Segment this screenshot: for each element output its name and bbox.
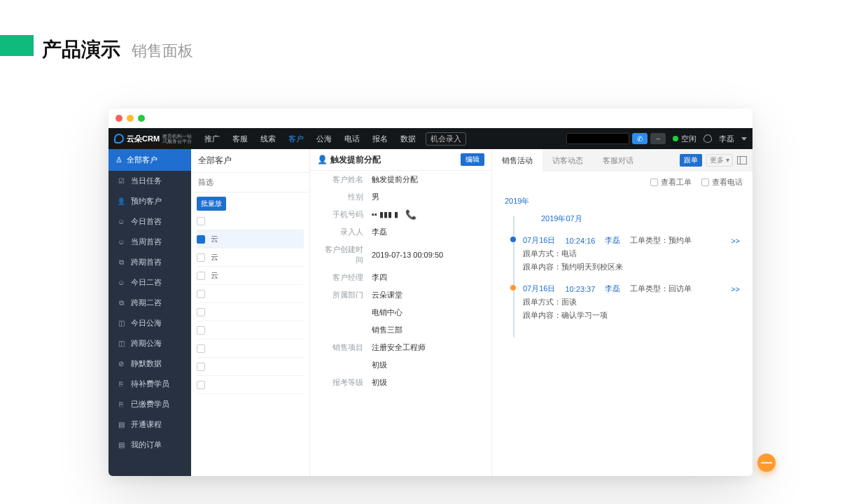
checkbox-icon[interactable]: [197, 217, 205, 225]
opt-ticket[interactable]: 查看工单: [650, 177, 692, 188]
hangup-button[interactable]: ⌢: [650, 133, 666, 144]
list-row[interactable]: [197, 340, 304, 358]
list-row[interactable]: [197, 303, 304, 321]
sidebar-item-今日二咨[interactable]: ☺今日二咨: [108, 272, 191, 293]
nav-item-报名[interactable]: 报名: [367, 128, 393, 149]
follow-button[interactable]: 跟单: [680, 154, 702, 167]
layout-icon[interactable]: [737, 156, 747, 164]
activity-tab-客服对话[interactable]: 客服对话: [593, 149, 643, 172]
close-dot[interactable]: [115, 115, 122, 122]
top-nav: 云朵CRM 教育机构一站 式服务云平台 推广客服线索客户公海电话报名数据 机会录…: [108, 128, 752, 149]
user-name[interactable]: 李磊: [719, 134, 734, 144]
more-button[interactable]: 更多 ▾: [706, 154, 733, 167]
field-value: 李磊: [372, 227, 387, 237]
sidebar-item-预约客户[interactable]: 👤预约客户: [108, 191, 191, 211]
field-key: 客户创建时间: [318, 244, 363, 265]
call-button[interactable]: ✆: [632, 133, 648, 144]
bulk-button[interactable]: 批量放: [197, 197, 226, 211]
slide-subtitle: 销售面板: [132, 41, 193, 62]
sidebar-item-label: 已缴费学员: [131, 399, 169, 410]
checkbox-icon[interactable]: [197, 272, 205, 280]
detail-field: 手机号码▪▪ ▮▮▮ ▮📞: [310, 206, 491, 223]
bell-icon[interactable]: [704, 134, 712, 143]
checkbox-icon[interactable]: [197, 290, 205, 298]
mac-titlebar: [108, 108, 752, 128]
sidebar-item-待补费学员[interactable]: ⎘待补费学员: [108, 374, 191, 394]
sidebar-item-当日任务[interactable]: ☑当日任务: [108, 171, 191, 191]
sidebar-icon: 👤: [117, 197, 125, 206]
sidebar-item-跨期首咨[interactable]: ⧉跨期首咨: [108, 252, 191, 272]
sidebar-item-已缴费学员[interactable]: ⎘已缴费学员: [108, 394, 191, 414]
list-row[interactable]: 云: [197, 230, 304, 248]
sidebar-item-label: 预约客户: [131, 196, 162, 206]
timeline-year: 2019年: [505, 196, 740, 206]
nav-item-推广[interactable]: 推广: [199, 128, 225, 149]
field-value: 2019-07-13 00:09:50: [372, 251, 443, 259]
timeline-date: 07月16日: [523, 284, 555, 294]
list-row[interactable]: [197, 321, 304, 340]
checkbox-icon[interactable]: [197, 381, 205, 389]
accent-block: [0, 35, 34, 56]
checkbox-icon[interactable]: [197, 344, 205, 353]
search-input[interactable]: [566, 133, 629, 144]
checkbox-icon[interactable]: [197, 253, 205, 262]
list-row[interactable]: [197, 212, 304, 230]
sidebar-item-label: 当周首咨: [131, 237, 162, 247]
sidebar-item-label: 我的订单: [131, 440, 162, 450]
activity-panel: 销售活动访客动态客服对话 跟单 更多 ▾ 查看工单 查看电话 2019年 201…: [492, 149, 752, 476]
timeline-sub: 跟单内容：预约明天到校区来: [523, 262, 740, 272]
slide-heading: 产品演示: [42, 36, 120, 63]
list-row[interactable]: [197, 285, 304, 303]
detail-field: 录入人李磊: [310, 223, 491, 241]
timeline-expand[interactable]: >>: [731, 285, 740, 293]
sidebar-icon: ▤: [117, 421, 125, 429]
nav-item-线索[interactable]: 线索: [255, 128, 281, 149]
filter-row[interactable]: 筛选: [191, 173, 309, 192]
sidebar-header-label: 全部客户: [127, 155, 158, 165]
logo-icon: [114, 134, 124, 144]
sidebar-item-跨期二咨[interactable]: ⧉跨期二咨: [108, 293, 191, 313]
nav-item-客服[interactable]: 客服: [227, 128, 253, 149]
minimize-dot[interactable]: [127, 115, 134, 122]
opt-call[interactable]: 查看电话: [701, 177, 743, 188]
list-row[interactable]: [197, 376, 304, 394]
sidebar-item-当周首咨[interactable]: ☺当周首咨: [108, 232, 191, 252]
sidebar-item-今日公海[interactable]: ◫今日公海: [108, 313, 191, 333]
activity-tab-销售活动[interactable]: 销售活动: [492, 149, 542, 172]
sidebar-item-今日首咨[interactable]: ☺今日首咨: [108, 211, 191, 232]
fab-button[interactable]: —: [757, 454, 776, 472]
sidebar-header[interactable]: ♙ 全部客户: [108, 149, 191, 171]
checkbox-icon[interactable]: [197, 235, 205, 244]
sidebar-item-label: 待补费学员: [131, 379, 169, 389]
sidebar-item-跨期公海[interactable]: ◫跨期公海: [108, 333, 191, 354]
list-row[interactable]: 云: [197, 248, 304, 267]
field-value: 销售三部: [372, 325, 402, 335]
list-row[interactable]: [197, 358, 304, 376]
chevron-down-icon[interactable]: [741, 137, 747, 141]
sidebar-item-我的订单[interactable]: ▤我的订单: [108, 435, 191, 455]
checkbox-icon[interactable]: [197, 363, 205, 371]
nav-item-客户[interactable]: 客户: [283, 128, 309, 149]
activity-tab-访客动态[interactable]: 访客动态: [542, 149, 593, 172]
timeline-row: 07月16日10:23:37李磊工单类型：回访单>>: [523, 284, 740, 294]
timeline-expand[interactable]: >>: [731, 237, 740, 245]
list-row[interactable]: 云: [197, 267, 304, 285]
checkbox-icon: [701, 178, 709, 186]
nav-item-数据[interactable]: 数据: [395, 128, 421, 149]
sidebar-item-静默数据[interactable]: ⊘静默数据: [108, 354, 191, 374]
checkbox-icon[interactable]: [197, 326, 205, 335]
zoom-dot[interactable]: [138, 115, 145, 122]
edit-button[interactable]: 编辑: [461, 153, 484, 166]
sidebar-item-label: 当日任务: [131, 176, 162, 186]
nav-item-公海[interactable]: 公海: [311, 128, 337, 149]
field-key: 报考等级: [318, 377, 363, 388]
checkbox-icon[interactable]: [197, 308, 205, 316]
sidebar-item-开通课程[interactable]: ▤开通课程: [108, 414, 191, 435]
detail-title-text: 触发提前分配: [330, 154, 381, 166]
customer-list: 全部客户 筛选 批量放 云云云: [191, 149, 310, 476]
nav-chip[interactable]: 机会录入: [426, 132, 466, 146]
sidebar-item-label: 今日公海: [131, 318, 162, 328]
detail-field: 销售项目注册安全工程师: [310, 339, 491, 356]
call-icon[interactable]: 📞: [405, 209, 416, 220]
nav-item-电话[interactable]: 电话: [339, 128, 365, 149]
